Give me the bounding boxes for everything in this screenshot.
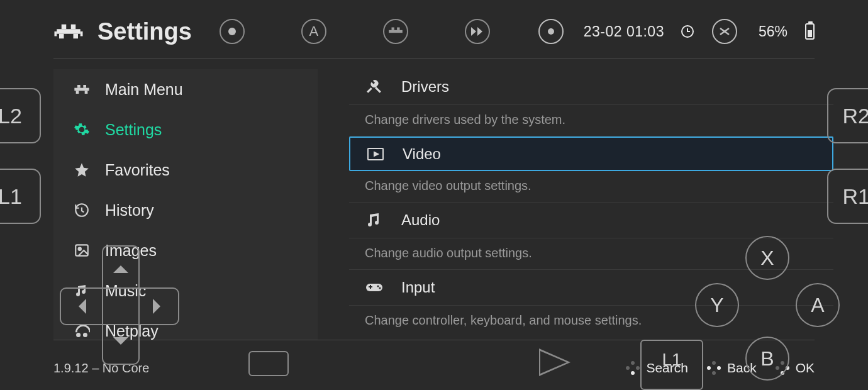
svg-rect-14 bbox=[77, 85, 81, 88]
b-button[interactable]: B bbox=[745, 337, 789, 381]
l1-button[interactable]: L1 bbox=[0, 169, 41, 224]
svg-rect-6 bbox=[74, 34, 79, 39]
sidebar-item-favorites[interactable]: Favorites bbox=[53, 150, 318, 190]
svg-rect-13 bbox=[74, 88, 89, 91]
sidebar-item-main-menu[interactable]: Main Menu bbox=[53, 69, 318, 109]
sidebar-item-label: Settings bbox=[105, 121, 162, 139]
dpad-right-icon[interactable] bbox=[153, 299, 168, 314]
page-title: Settings bbox=[97, 18, 192, 45]
a-button-icon[interactable]: A bbox=[301, 19, 326, 44]
settings-row-audio[interactable]: Audio bbox=[349, 203, 833, 238]
dpad-down-icon[interactable] bbox=[113, 337, 128, 352]
sidebar-item-label: Favorites bbox=[105, 161, 170, 179]
svg-rect-3 bbox=[62, 25, 67, 30]
sidebar-item-label: Main Menu bbox=[105, 81, 183, 99]
record-icon[interactable] bbox=[220, 19, 245, 44]
status-circle-2-icon bbox=[712, 19, 737, 44]
sidebar-item-history[interactable]: History bbox=[53, 190, 318, 230]
invader-icon bbox=[72, 80, 91, 99]
svg-rect-16 bbox=[76, 91, 79, 94]
row-label: Input bbox=[401, 279, 435, 296]
face-buttons: X Y A B bbox=[695, 236, 840, 381]
x-button[interactable]: X bbox=[745, 236, 789, 280]
select-button[interactable] bbox=[248, 351, 289, 376]
clock-text: 23-02 01:03 bbox=[584, 23, 664, 40]
start-button[interactable] bbox=[539, 348, 570, 376]
svg-rect-8 bbox=[389, 30, 403, 33]
l2-button[interactable]: L2 bbox=[0, 88, 41, 143]
svg-point-24 bbox=[377, 286, 379, 287]
history-icon bbox=[72, 201, 91, 220]
row-label: Audio bbox=[401, 211, 440, 229]
clock-icon bbox=[681, 25, 694, 38]
audio-icon bbox=[365, 211, 384, 230]
app-logo-icon bbox=[53, 22, 84, 41]
dpad-up-icon[interactable] bbox=[113, 258, 128, 273]
dpad-glyph-icon bbox=[626, 361, 640, 375]
tools-icon bbox=[365, 77, 384, 96]
svg-rect-2 bbox=[81, 31, 83, 36]
row-label: Video bbox=[403, 145, 441, 163]
svg-rect-15 bbox=[83, 85, 86, 88]
sidebar-item-settings[interactable]: Settings bbox=[53, 109, 318, 150]
top-divider bbox=[53, 58, 815, 58]
status-circle-1-icon bbox=[538, 19, 564, 44]
fast-forward-icon[interactable] bbox=[465, 19, 490, 44]
svg-point-25 bbox=[379, 287, 381, 289]
battery-text: 56% bbox=[759, 23, 787, 40]
retroarch-icon[interactable] bbox=[383, 19, 408, 44]
l1-hint-button[interactable]: L1 bbox=[640, 340, 703, 390]
y-button[interactable]: Y bbox=[695, 283, 739, 327]
top-bar: Settings A 23-02 01:03 56% bbox=[53, 13, 815, 50]
sidebar-item-label: History bbox=[105, 201, 154, 220]
svg-rect-4 bbox=[71, 25, 76, 30]
battery-icon bbox=[805, 23, 815, 40]
svg-point-7 bbox=[228, 28, 236, 35]
settings-row-drivers[interactable]: Drivers bbox=[349, 69, 833, 105]
svg-rect-0 bbox=[57, 29, 81, 34]
a-button[interactable]: A bbox=[796, 283, 840, 327]
svg-rect-9 bbox=[391, 28, 394, 30]
svg-rect-5 bbox=[59, 34, 64, 39]
settings-row-video[interactable]: Video bbox=[349, 136, 833, 171]
r1-button[interactable]: R1 bbox=[827, 169, 868, 224]
row-desc-video: Change video output settings. bbox=[349, 171, 833, 203]
gamepad-icon bbox=[365, 278, 384, 297]
gear-icon bbox=[72, 120, 91, 139]
svg-rect-17 bbox=[85, 91, 88, 94]
star-icon bbox=[72, 160, 91, 179]
r2-button[interactable]: R2 bbox=[827, 88, 868, 143]
svg-rect-10 bbox=[397, 28, 399, 30]
video-icon bbox=[366, 145, 385, 164]
row-label: Drivers bbox=[401, 78, 449, 96]
svg-rect-1 bbox=[55, 31, 57, 36]
svg-point-11 bbox=[548, 28, 554, 35]
dpad-left-icon[interactable] bbox=[71, 299, 86, 314]
svg-rect-27 bbox=[370, 285, 371, 289]
row-desc-drivers: Change drivers used by the system. bbox=[349, 105, 833, 136]
dpad[interactable] bbox=[60, 245, 179, 365]
